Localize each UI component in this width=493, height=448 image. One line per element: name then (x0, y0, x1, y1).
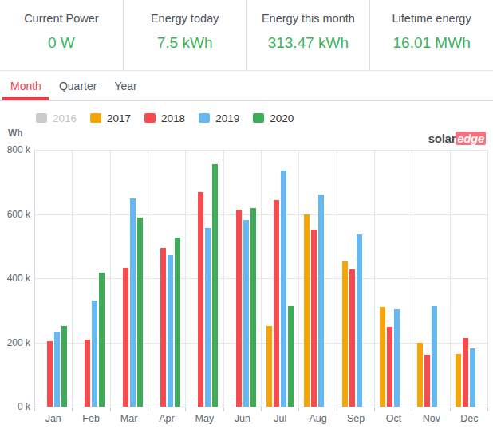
bar-2020-jan[interactable] (61, 326, 67, 407)
month-slot-apr (148, 150, 186, 407)
x-tick-label-apr: Apr (148, 411, 185, 424)
legend-label-2020: 2020 (270, 112, 294, 124)
bar-2018-oct[interactable] (387, 327, 392, 407)
bar-2018-feb[interactable] (85, 340, 90, 407)
tab-quarter[interactable]: Quarter (50, 71, 105, 100)
legend-swatch-2019 (199, 113, 210, 123)
y-tick-label: 0 k (1, 401, 30, 412)
y-axis-labels: 800 k600 k400 k200 k0 k (1, 150, 30, 407)
tab-year[interactable]: Year (105, 71, 145, 100)
stats-header: Current Power 0 W Energy today 7.5 kWh E… (0, 0, 493, 71)
bar-2018-jul[interactable] (274, 200, 279, 407)
legend-label-2017: 2017 (107, 112, 131, 124)
stat-label: Current Power (0, 12, 123, 25)
bar-2018-jun[interactable] (236, 210, 242, 407)
dashboard-page: Current Power 0 W Energy today 7.5 kWh E… (0, 0, 493, 448)
y-tick-label: 800 k (1, 144, 30, 155)
bar-2018-jan[interactable] (47, 341, 53, 407)
bar-2018-apr[interactable] (160, 248, 166, 407)
month-slot-nov (412, 150, 450, 407)
x-tick-label-jul: Jul (262, 411, 299, 424)
bar-2017-jul[interactable] (266, 326, 272, 407)
y-tick-label: 600 k (1, 209, 30, 220)
bar-2017-nov[interactable] (417, 343, 423, 407)
stat-value: 0 W (0, 34, 123, 52)
tab-month-label: Month (10, 80, 41, 92)
x-tick-label-sep: Sep (337, 411, 374, 424)
tab-month[interactable]: Month (2, 71, 50, 100)
y-axis-unit-label: Wh (8, 128, 23, 139)
y-tick-label: 200 k (1, 337, 30, 348)
bar-2019-feb[interactable] (92, 301, 97, 407)
stat-value: 313.47 kWh (247, 34, 370, 52)
bar-2020-may[interactable] (212, 164, 218, 407)
bar-chart-plot: 800 k600 k400 k200 k0 k (34, 150, 488, 407)
legend-label-2019: 2019 (215, 112, 239, 124)
tab-quarter-label: Quarter (59, 80, 97, 92)
month-slot-jul (262, 150, 299, 407)
bar-2018-mar[interactable] (123, 268, 128, 407)
bar-2020-jul[interactable] (288, 306, 294, 407)
bar-2019-dec[interactable] (470, 348, 475, 407)
x-tick-label-oct: Oct (375, 411, 412, 424)
bar-2019-jan[interactable] (54, 332, 60, 407)
bar-2020-mar[interactable] (137, 218, 143, 407)
bar-2020-feb[interactable] (99, 273, 105, 407)
bar-2019-aug[interactable] (318, 195, 324, 407)
bar-2019-sep[interactable] (357, 234, 362, 407)
stat-card-energy-month: Energy this month 313.47 kWh (246, 0, 370, 70)
legend-swatch-2017 (90, 113, 101, 123)
bar-2019-apr[interactable] (168, 255, 173, 407)
month-slot-sep (337, 150, 375, 407)
solaredge-logo: solaredge (428, 132, 486, 145)
legend-item-2020[interactable]: 2020 (253, 112, 294, 124)
stat-label: Lifetime energy (370, 12, 493, 25)
stat-card-current-power: Current Power 0 W (0, 0, 123, 70)
bar-2018-sep[interactable] (349, 269, 355, 407)
x-tick-label-jun: Jun (223, 411, 261, 424)
x-tick-label-may: May (186, 411, 223, 424)
bar-2019-jul[interactable] (281, 171, 286, 407)
x-axis-labels: JanFebMarAprMayJunJulAugSepOctNovDec (34, 411, 488, 424)
month-slot-oct (375, 150, 412, 407)
legend-swatch-2020 (253, 113, 264, 123)
chart-legend: 20162017201820192020 (36, 110, 493, 126)
chart-meta-row: Wh solaredge (0, 126, 493, 150)
legend-item-2016[interactable]: 2016 (36, 112, 77, 124)
y-tick-label: 400 k (1, 273, 30, 284)
x-tick-label-nov: Nov (412, 411, 450, 424)
stat-value: 16.01 MWh (370, 34, 493, 52)
bar-2019-oct[interactable] (394, 309, 400, 407)
bar-2018-aug[interactable] (311, 230, 317, 407)
legend-item-2017[interactable]: 2017 (90, 112, 131, 124)
legend-swatch-2018 (144, 113, 156, 123)
bar-2019-jun[interactable] (243, 220, 249, 407)
stat-card-energy-today: Energy today 7.5 kWh (123, 0, 246, 70)
month-slot-mar (111, 150, 148, 407)
month-slot-dec (451, 150, 487, 407)
bar-2017-oct[interactable] (380, 307, 385, 407)
legend-item-2019[interactable]: 2019 (199, 112, 239, 124)
x-tick-label-mar: Mar (110, 411, 148, 424)
bar-2019-mar[interactable] (130, 198, 136, 407)
x-tick-label-jan: Jan (34, 411, 72, 424)
bar-2018-may[interactable] (198, 192, 203, 407)
legend-item-2018[interactable]: 2018 (144, 112, 185, 124)
bar-2018-nov[interactable] (424, 355, 430, 407)
tab-year-label: Year (114, 80, 136, 92)
period-tabs: Month Quarter Year (0, 71, 493, 101)
plot-slots (35, 150, 487, 407)
stat-value: 7.5 kWh (124, 34, 246, 52)
x-tick-label-aug: Aug (299, 411, 337, 424)
bar-2020-apr[interactable] (175, 238, 180, 407)
logo-edge-text: edge (456, 132, 486, 145)
bar-2017-aug[interactable] (304, 214, 310, 407)
bar-2017-dec[interactable] (456, 354, 461, 407)
bar-2020-jun[interactable] (250, 208, 256, 407)
active-tab-underline (2, 97, 49, 100)
month-slot-aug (299, 150, 337, 407)
bar-2019-nov[interactable] (432, 306, 437, 407)
bar-2018-dec[interactable] (463, 338, 468, 407)
bar-2017-sep[interactable] (342, 261, 348, 407)
bar-2019-may[interactable] (205, 228, 211, 407)
